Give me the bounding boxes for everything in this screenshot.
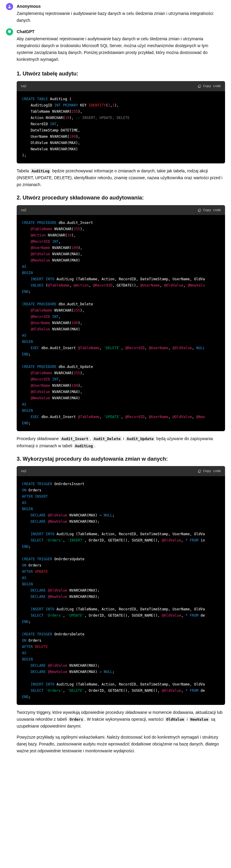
code-content-1: CREATE TABLE AuditLog ( AuditLogID INT P… [17, 91, 225, 163]
copy-code-label: Copy code [203, 208, 221, 213]
paragraph-2: Procedury składowane Audit_Insert, Audit… [17, 435, 225, 449]
gpt-intro: Aby zaimplementować rejestrowanie i audy… [17, 35, 225, 63]
inline-code: AuditLog [74, 443, 94, 448]
code-lang: sql [21, 208, 27, 213]
clipboard-icon [198, 209, 201, 212]
copy-code-label: Copy code [203, 84, 221, 89]
inline-code: Orders [68, 717, 84, 722]
paragraph-1: Tabela AuditLog będzie przechowywać info… [17, 167, 225, 188]
copy-code-button[interactable]: Copy code [198, 84, 221, 89]
code-lang: sql [21, 468, 27, 474]
clipboard-icon [198, 84, 201, 88]
inline-code: Audit_Insert [60, 436, 90, 441]
inline-code: OldValue [165, 717, 186, 722]
user-text: Zaimplementuj rejestrowanie i audytowani… [17, 10, 225, 24]
paragraph-4: Powyższe przykłady są ogólnymi wskazówka… [17, 734, 225, 754]
heading-2: 2. Utwórz procedury składowane do audyto… [17, 193, 225, 202]
clipboard-icon [198, 469, 201, 473]
code-block-2: sql Copy code CREATE PROCEDURE dbo.Audit… [17, 205, 225, 431]
inline-code: Audit_Delete [92, 436, 122, 441]
code-content-2: CREATE PROCEDURE dbo.Audit_Insert @Table… [17, 215, 225, 431]
svg-rect-1 [199, 85, 201, 87]
paragraph-3: Tworzymy triggery, które wywołują odpowi… [17, 709, 225, 730]
gpt-message: ChatGPT Aby zaimplementować rejestrowani… [0, 25, 231, 64]
inline-code: Audit_Update [125, 436, 155, 441]
copy-code-button[interactable]: Copy code [198, 208, 221, 213]
user-author: Anonymous [17, 3, 225, 9]
code-block-3: sql Copy code CREATE TRIGGER OnOrdersIns… [17, 466, 225, 705]
inline-code: NewValue [189, 717, 209, 722]
svg-rect-2 [199, 209, 201, 211]
heading-3: 3. Wykorzystaj procedury do audytowania … [17, 455, 225, 463]
user-message: Anonymous Zaimplementuj rejestrowanie i … [0, 0, 231, 25]
gpt-avatar [6, 28, 13, 35]
code-block-1: sql Copy code CREATE TABLE AuditLog ( Au… [17, 81, 225, 163]
svg-rect-3 [199, 470, 201, 472]
svg-point-0 [9, 5, 10, 6]
copy-code-label: Copy code [203, 468, 221, 474]
heading-1: 1. Utwórz tabelę audytu: [17, 69, 225, 78]
user-avatar [6, 3, 13, 10]
inline-code: AuditLog [30, 168, 51, 174]
gpt-author: ChatGPT [17, 28, 225, 35]
copy-code-button[interactable]: Copy code [198, 468, 221, 474]
code-lang: sql [21, 84, 27, 89]
code-content-3: CREATE TRIGGER OnOrdersInsert ON Orders … [17, 476, 225, 705]
